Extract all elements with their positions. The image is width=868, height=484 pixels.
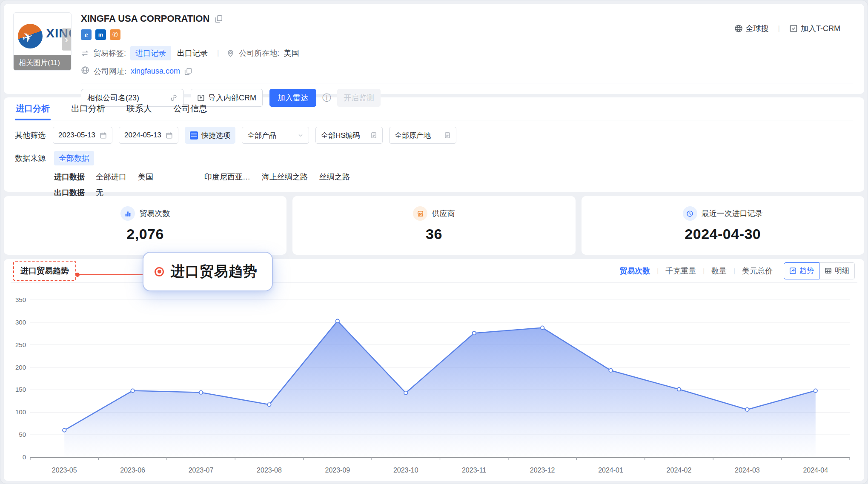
divider: | [657, 267, 659, 274]
stat-label: 贸易次数 [139, 208, 170, 219]
chart-title: 进口贸易趋势 [13, 261, 76, 281]
quick-options-button[interactable]: 快捷选项 [185, 127, 235, 144]
tab-export-analysis[interactable]: 出口分析 [70, 97, 106, 120]
product-select[interactable]: 全部产品 [242, 127, 309, 144]
stat-card-trade-count: 贸易次数 2,076 [4, 196, 286, 255]
metric-usd-total[interactable]: 美元总价 [742, 266, 773, 276]
tab-company-info[interactable]: 公司信息 [172, 97, 208, 120]
related-images-badge[interactable]: 相关图片(11) [14, 55, 71, 70]
data-source-all-tag[interactable]: 全部数据 [54, 151, 94, 165]
trend-icon [789, 267, 796, 274]
company-logo-card[interactable]: ✈ XINGFA GROUP › 相关图片(11) [13, 12, 72, 71]
svg-text:2024-04: 2024-04 [803, 467, 828, 474]
svg-text:2023-07: 2023-07 [189, 467, 214, 474]
join-tcrm-button[interactable]: 加入T-CRM [789, 23, 840, 34]
tag-export-records[interactable]: 出口记录 [175, 46, 209, 60]
svg-text:200: 200 [15, 364, 26, 371]
logo-globe-icon: ✈ [18, 24, 43, 48]
clock-icon [683, 206, 697, 221]
divider: | [733, 267, 735, 274]
document-icon [370, 132, 377, 139]
plane-icon: ✈ [20, 28, 35, 46]
svg-text:2023-05: 2023-05 [52, 467, 77, 474]
date-from-input[interactable]: 2023-05-13 [53, 127, 112, 144]
view-trend-button[interactable]: 趋势 [784, 262, 819, 279]
svg-text:2024-01: 2024-01 [598, 467, 623, 474]
location-pin-icon [226, 49, 235, 57]
import-source-item[interactable]: 印度尼西亚… [204, 172, 250, 182]
stat-value: 2,076 [126, 226, 164, 242]
date-to-input[interactable]: 2024-05-13 [119, 127, 178, 144]
tcrm-card-icon [789, 24, 798, 33]
company-header-panel: ✈ XINGFA GROUP › 相关图片(11) XINGFA USA COR… [4, 4, 864, 94]
import-source-item[interactable]: 全部进口 [96, 172, 126, 182]
copy-icon[interactable] [184, 68, 192, 75]
stat-label: 最近一次进口记录 [702, 208, 763, 219]
calendar-icon [100, 132, 107, 139]
tab-import-analysis[interactable]: 进口分析 [15, 97, 51, 120]
website-link[interactable]: xingfausa.com [131, 67, 180, 76]
calendar-icon [166, 132, 173, 139]
quick-options-icon [190, 131, 198, 140]
info-icon[interactable]: ⓘ [322, 92, 331, 104]
chevron-right-icon[interactable]: › [62, 28, 71, 50]
divider: | [778, 24, 780, 33]
stat-value: 36 [426, 226, 442, 242]
copy-icon[interactable] [215, 15, 223, 23]
svg-text:2023-12: 2023-12 [530, 467, 555, 474]
website-caption: 公司网址: [94, 66, 126, 77]
add-radar-button[interactable]: 加入雷达 [269, 89, 316, 107]
start-monitor-button[interactable]: 开启监测 [337, 89, 381, 107]
hs-code-select[interactable]: 全部HS编码 [315, 127, 383, 144]
svg-text:0: 0 [23, 453, 26, 461]
svg-text:2023-10: 2023-10 [393, 467, 418, 474]
svg-text:2023-11: 2023-11 [462, 467, 487, 474]
metric-trade-count[interactable]: 贸易次数 [619, 266, 650, 276]
globe-search-icon [734, 24, 743, 33]
trade-tag-caption: 贸易标签: [93, 48, 126, 58]
import-source-item[interactable]: 丝绸之路 [319, 172, 350, 182]
trend-area-chart[interactable]: 0501001502002503003502023-052023-062023-… [11, 285, 858, 478]
divider: | [217, 49, 219, 57]
metric-quantity[interactable]: 数量 [711, 266, 727, 276]
location-value: 美国 [284, 48, 299, 58]
document-icon [444, 132, 451, 139]
svg-text:2024-02: 2024-02 [667, 467, 692, 474]
stat-value: 2024-04-30 [685, 226, 761, 242]
divider: | [703, 267, 705, 274]
website-social-icon[interactable]: e [81, 29, 92, 40]
filters-caption: 其他筛选 [15, 130, 46, 140]
tag-import-records[interactable]: 进口记录 [130, 46, 171, 60]
import-source-item[interactable]: 海上丝绸之路 [262, 172, 308, 182]
stat-label: 供应商 [432, 208, 455, 219]
origin-select[interactable]: 全部原产地 [389, 127, 456, 144]
annotation-callout-text: 进口贸易趋势 [171, 262, 258, 281]
analysis-panel: 进口分析 出口分析 联系人 公司信息 其他筛选 2023-05-13 2024-… [4, 97, 864, 192]
svg-text:2023-06: 2023-06 [120, 467, 145, 474]
svg-text:350: 350 [15, 296, 26, 303]
globe-icon [81, 66, 89, 77]
annotation-callout: 进口贸易趋势 [143, 252, 273, 291]
shop-icon [413, 206, 427, 221]
trend-chart-panel: 进口贸易趋势 进口贸易趋势 贸易次数 | 千克重量 | 数量 | 美元总价 趋势 [4, 259, 864, 481]
location-caption: 公司所在地: [239, 48, 279, 58]
table-icon [825, 267, 832, 274]
linkedin-icon[interactable]: in [95, 29, 106, 40]
bar-chart-icon [120, 206, 135, 221]
phone-icon[interactable]: ✆ [110, 29, 120, 40]
import-data-caption: 进口数据 [54, 172, 85, 182]
svg-text:150: 150 [15, 386, 26, 393]
tab-contacts[interactable]: 联系人 [126, 97, 153, 120]
metric-kg-weight[interactable]: 千克重量 [665, 266, 696, 276]
import-source-item[interactable]: 美国 [138, 172, 153, 182]
svg-text:300: 300 [15, 319, 26, 326]
stat-card-suppliers: 供应商 36 [292, 196, 575, 255]
svg-text:2023-09: 2023-09 [325, 467, 350, 474]
svg-text:2023-08: 2023-08 [257, 467, 282, 474]
target-dot-icon [155, 267, 164, 276]
data-source-caption: 数据来源 [15, 153, 54, 163]
view-detail-button[interactable]: 明细 [819, 262, 855, 279]
exchange-arrows-icon [81, 49, 89, 57]
stat-card-last-import: 最近一次进口记录 2024-04-30 [582, 196, 864, 255]
global-search-button[interactable]: 全球搜 [734, 23, 769, 34]
